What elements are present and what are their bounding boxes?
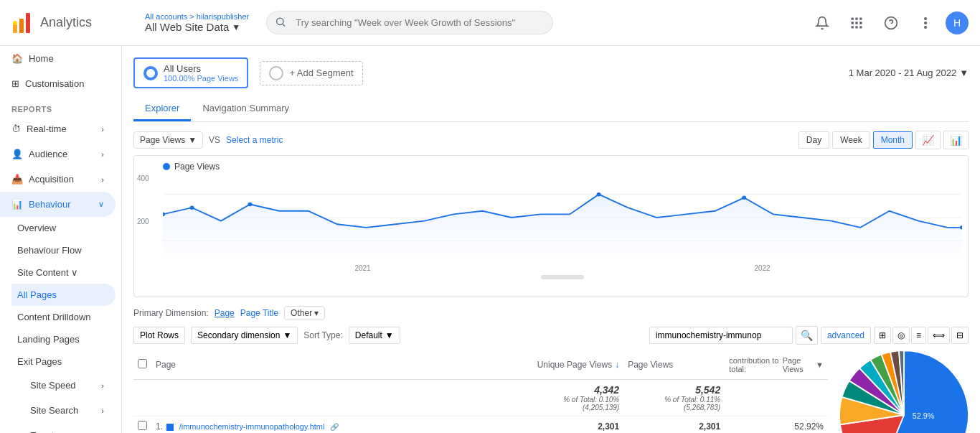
sidebar-sub-exit-pages[interactable]: Exit Pages <box>11 350 121 373</box>
sidebar-item-site-search[interactable]: Site Search › <box>0 398 116 423</box>
week-button[interactable]: Week <box>832 131 870 149</box>
search-input[interactable] <box>266 11 553 34</box>
sidebar-sub-landing-pages[interactable]: Landing Pages <box>11 328 121 350</box>
pv-column-header[interactable]: Page Views <box>623 350 725 380</box>
comparison-view-button[interactable]: ⟺ <box>928 327 950 344</box>
apps-button[interactable] <box>842 9 871 37</box>
line-chart-button[interactable]: 📈 <box>915 131 941 149</box>
sidebar-item-customisation[interactable]: ⊞ Customisation <box>0 71 116 96</box>
chart-scroll-indicator[interactable] <box>163 275 962 279</box>
bar-chart-button[interactable]: 📊 <box>943 131 969 149</box>
all-users-segment[interactable]: All Users 100.00% Page Views <box>133 57 248 88</box>
svg-rect-9 <box>852 22 854 24</box>
table-search-button[interactable]: 🔍 <box>796 326 818 345</box>
sidebar-item-realtime[interactable]: ⏱ Real-time › <box>0 116 116 141</box>
tab-navigation-summary[interactable]: Navigation Summary <box>191 97 301 121</box>
row-0-page-link[interactable]: /immunochemistry-immunopathology.html <box>179 422 325 431</box>
x-label-2021: 2021 <box>354 264 370 272</box>
segment-info: All Users 100.00% Page Views <box>164 63 238 83</box>
summary-contrib <box>725 380 828 416</box>
sidebar-item-customisation-label: Customisation <box>25 78 84 89</box>
bar-table-view-button[interactable]: ≡ <box>911 327 926 344</box>
advanced-button[interactable]: advanced <box>821 327 871 344</box>
analytics-title: Analytics <box>40 15 92 30</box>
property-selector[interactable]: All Web Site Data ▼ <box>145 21 249 33</box>
sidebar-sub-all-pages[interactable]: All Pages <box>11 284 116 306</box>
table-row: 1. /immunochemistry-immunopathology.html… <box>133 416 828 434</box>
summary-pv: 5,542 % of Total: 0.11% (5,268,783) <box>623 380 725 416</box>
logo-area: Analytics <box>11 11 133 34</box>
summary-pv-pct: % of Total: 0.11% (5,268,783) <box>628 396 720 411</box>
day-button[interactable]: Day <box>798 131 829 149</box>
chart-container: 400 200 <box>163 174 962 272</box>
help-button[interactable] <box>877 9 905 37</box>
more-options-button[interactable] <box>911 9 940 37</box>
summary-row: 4,342 % of Total: 0.10% (4,205,139) 5,54… <box>133 380 828 416</box>
y-label-200: 200 <box>137 218 149 225</box>
sidebar-item-audience-label: Audience <box>29 149 67 159</box>
sort-type-icon: ▼ <box>385 330 394 340</box>
sidebar-sub-overview[interactable]: Overview <box>11 217 121 239</box>
contrib-dropdown-icon[interactable]: ▼ <box>816 360 824 369</box>
dim-other-dropdown[interactable]: Other ▾ <box>284 306 325 320</box>
audience-icon: 👤 <box>11 149 23 159</box>
y-axis-labels: 400 200 <box>137 174 149 261</box>
secondary-dimension-button[interactable]: Secondary dimension ▼ <box>191 327 298 344</box>
behaviour-expand-icon: ∨ <box>98 200 104 209</box>
layout: 🏠 Home ⊞ Customisation REPORTS ⏱ Real-ti… <box>0 46 980 433</box>
tab-explorer[interactable]: Explorer <box>133 97 191 121</box>
summary-upv-pct: % of Total: 0.10% (4,205,139) <box>527 396 619 411</box>
row-0-checkbox[interactable] <box>138 421 147 430</box>
table-search-input[interactable] <box>649 327 793 344</box>
data-table: Page Unique Page Views ↓ Page Views <box>133 350 828 433</box>
acquisition-icon: 📥 <box>11 174 23 185</box>
sidebar-sub-site-content[interactable]: Site Content ∨ <box>11 261 121 284</box>
pivot-view-button[interactable]: ⊟ <box>951 327 969 344</box>
tabs: Explorer Navigation Summary <box>133 97 969 122</box>
table-with-pie: Page Unique Page Views ↓ Page Views <box>133 350 969 433</box>
sidebar-item-audience[interactable]: 👤 Audience › <box>0 141 116 167</box>
select-metric-link[interactable]: Select a metric <box>226 135 283 145</box>
row-0-upv: 2,301 <box>522 416 623 434</box>
row-0-link-icon[interactable]: 🔗 <box>330 423 339 431</box>
sidebar-item-events-label: Events <box>30 430 59 433</box>
top-header: Analytics All accounts > hilarispublishe… <box>0 0 980 46</box>
month-button[interactable]: Month <box>873 131 913 149</box>
dim-page-link[interactable]: Page <box>215 308 235 318</box>
sidebar-item-events[interactable]: Events › <box>0 423 116 433</box>
page-column-header[interactable]: Page <box>151 350 522 380</box>
sort-type-button[interactable]: Default ▼ <box>349 327 400 344</box>
sidebar-item-realtime-label: Real-time <box>27 124 67 134</box>
data-table-view-button[interactable]: ⊞ <box>874 327 891 344</box>
breadcrumb: All accounts > hilarispublisher <box>145 12 249 21</box>
metric-dropdown[interactable]: Page Views ▼ <box>133 131 203 149</box>
row-checkbox-0[interactable] <box>133 416 151 434</box>
add-segment-button[interactable]: + Add Segment <box>260 61 362 85</box>
sidebar-item-acquisition[interactable]: 📥 Acquisition › <box>0 167 116 192</box>
header-icons: H <box>808 9 969 37</box>
sidebar-sub-behaviour-flow[interactable]: Behaviour Flow <box>11 239 121 261</box>
select-all-checkbox[interactable] <box>138 359 147 368</box>
sidebar-item-behaviour[interactable]: 📊 Behaviour ∨ <box>0 192 116 217</box>
chart-title-line: Page Views <box>163 162 962 172</box>
sidebar: 🏠 Home ⊞ Customisation REPORTS ⏱ Real-ti… <box>0 46 122 433</box>
pie-chart-view-button[interactable]: ◎ <box>892 327 910 344</box>
segment-circle <box>143 66 158 80</box>
upv-column-header[interactable]: Unique Page Views ↓ <box>522 350 623 380</box>
svg-rect-0 <box>13 24 17 33</box>
sidebar-sub-content-drilldown[interactable]: Content Drilldown <box>11 306 121 328</box>
user-avatar[interactable]: H <box>946 11 969 34</box>
sort-type-label: Sort Type: <box>303 330 342 340</box>
segment-percentage: 100.00% Page Views <box>164 74 238 83</box>
sidebar-item-home[interactable]: 🏠 Home <box>0 46 116 71</box>
dim-page-title-link[interactable]: Page Title <box>240 308 278 318</box>
pie-chart-container: 52.9%15.4% <box>839 350 969 433</box>
notifications-button[interactable] <box>808 9 837 37</box>
chart-dot <box>163 163 170 170</box>
date-range-text: 1 Mar 2020 - 21 Aug 2022 <box>849 67 956 78</box>
acquisition-expand-icon: › <box>101 175 104 184</box>
date-range-selector[interactable]: 1 Mar 2020 - 21 Aug 2022 ▼ <box>849 67 969 78</box>
plot-rows-button[interactable]: Plot Rows <box>133 327 185 344</box>
segment-name: All Users <box>164 63 238 74</box>
sidebar-item-site-speed[interactable]: Site Speed › <box>0 373 116 398</box>
